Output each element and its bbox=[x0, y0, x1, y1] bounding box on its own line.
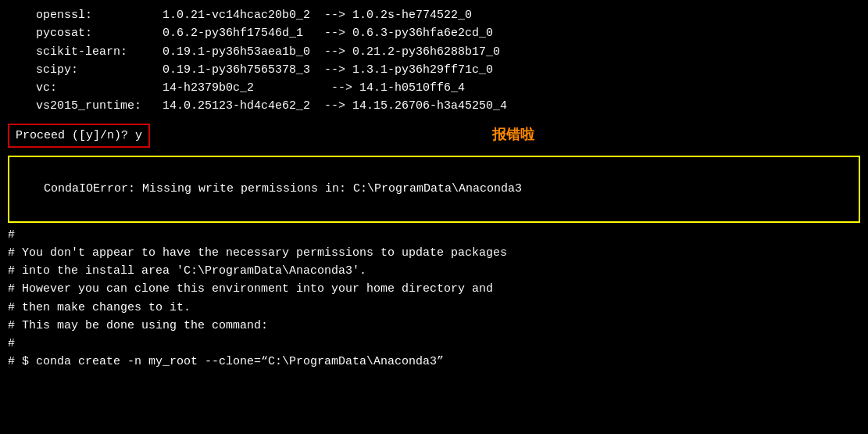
line-vc: vc: 14-h2379b0c_2 --> 14.1-h0510ff6_4 bbox=[0, 79, 868, 97]
line-sklearn: scikit-learn: 0.19.1-py36h53aea1b_0 --> … bbox=[0, 43, 868, 61]
comment-line-hash: # bbox=[0, 226, 868, 244]
terminal-window: openssl: 1.0.21-vc14hcac20b0_2 --> 1.0.2… bbox=[0, 0, 868, 378]
error-message-text: CondaIOError: Missing write permissions … bbox=[44, 182, 522, 195]
comment-line-7: # $ conda create -n my_root --clone=“C:\… bbox=[0, 353, 868, 371]
proceed-text: Proceed ([y]/n)? y bbox=[16, 129, 142, 142]
comment-line-3: # However you can clone this environment… bbox=[0, 280, 868, 298]
line-vs2015: vs2015_runtime: 14.0.25123-hd4c4e62_2 --… bbox=[0, 97, 868, 115]
comment-line-4: # then make changes to it. bbox=[0, 299, 868, 317]
comment-line-6: # bbox=[0, 335, 868, 353]
comment-line-2: # into the install area 'C:\ProgramData\… bbox=[0, 262, 868, 280]
comment-line-1: # You don't appear to have the necessary… bbox=[0, 244, 868, 262]
comment-line-5: # This may be done using the command: bbox=[0, 317, 868, 335]
error-label-chinese: 报错啦 bbox=[158, 124, 868, 146]
line-scipy: scipy: 0.19.1-py36h7565378_3 --> 1.3.1-p… bbox=[0, 61, 868, 79]
line-openssl: openssl: 1.0.21-vc14hcac20b0_2 --> 1.0.2… bbox=[0, 6, 868, 24]
proceed-prompt: Proceed ([y]/n)? y bbox=[8, 124, 150, 148]
line-pycosat: pycosat: 0.6.2-py36hf17546d_1 --> 0.6.3-… bbox=[0, 24, 868, 42]
error-message-box: CondaIOError: Missing write permissions … bbox=[8, 156, 860, 223]
